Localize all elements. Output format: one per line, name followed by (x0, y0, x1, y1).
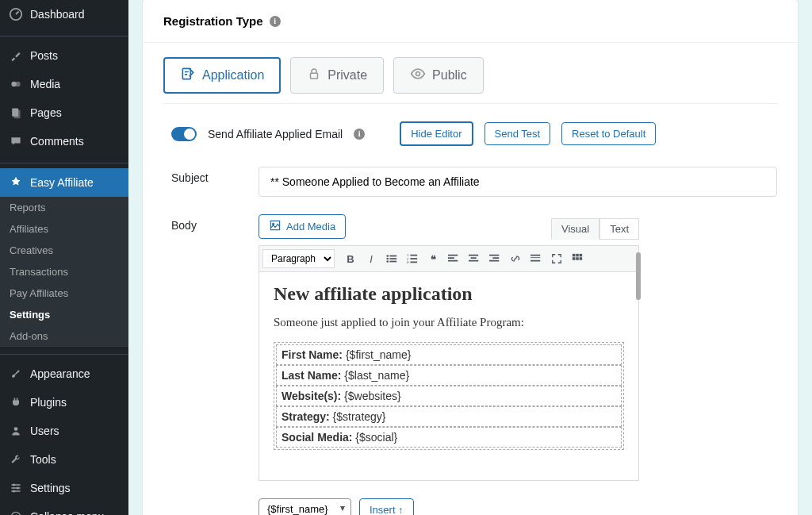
svg-rect-31 (469, 260, 478, 262)
brush-icon (8, 366, 24, 382)
svg-rect-26 (448, 255, 458, 256)
insert-button[interactable]: Insert ↑ (359, 498, 414, 515)
svg-rect-30 (471, 257, 477, 259)
submenu-transactions[interactable]: Transactions (0, 261, 128, 282)
add-media-button[interactable]: Add Media (259, 214, 346, 239)
svg-rect-37 (530, 260, 540, 262)
editor-tab-text[interactable]: Text (599, 218, 639, 240)
media-icon (269, 219, 282, 234)
wrench-icon (8, 452, 24, 467)
editor-tab-visual[interactable]: Visual (551, 218, 599, 240)
table-row: Strategy: {$strategy} (276, 406, 622, 427)
svg-rect-15 (389, 256, 396, 257)
subject-input[interactable] (259, 167, 777, 197)
menu-settings[interactable]: Settings (0, 474, 128, 502)
svg-point-14 (386, 255, 389, 257)
menu-users[interactable]: Users (0, 417, 128, 445)
svg-rect-35 (530, 255, 540, 256)
tab-application[interactable]: Application (163, 57, 281, 94)
svg-rect-17 (389, 258, 396, 259)
toolbar-toggle-button[interactable] (568, 249, 587, 268)
placeholder-tag-select[interactable]: {$first_name} (259, 498, 351, 515)
send-email-toggle[interactable] (171, 127, 197, 141)
submenu-affiliates[interactable]: Affiliates (0, 218, 128, 240)
menu-collapse[interactable]: Collapse menu (0, 502, 128, 515)
menu-label: Dashboard (30, 8, 85, 21)
pages-icon (8, 105, 24, 121)
menu-posts[interactable]: Posts (0, 41, 128, 70)
submenu-settings[interactable]: Settings (0, 304, 128, 325)
menu-label: Users (30, 425, 59, 437)
svg-point-6 (13, 483, 15, 486)
svg-point-2 (15, 82, 20, 86)
bold-button[interactable]: B (341, 249, 360, 268)
menu-appearance[interactable]: Appearance (0, 359, 128, 388)
table-row: First Name: {$first_name} (276, 344, 622, 365)
svg-rect-29 (469, 255, 478, 256)
menu-label: Easy Affiliate (30, 176, 94, 189)
send-test-button[interactable]: Send Test (485, 122, 551, 145)
submenu-pay[interactable]: Pay Affiliates (0, 282, 128, 304)
menu-tools[interactable]: Tools (0, 445, 128, 474)
info-icon[interactable]: i (270, 16, 281, 27)
svg-rect-32 (489, 255, 499, 256)
more-button[interactable] (527, 249, 546, 268)
menu-pages[interactable]: Pages (0, 98, 128, 127)
number-list-button[interactable]: 123 (403, 249, 422, 268)
send-email-label: Send Affiliate Applied Email (208, 128, 343, 140)
quote-button[interactable]: ❝ (423, 249, 442, 268)
svg-rect-23 (410, 258, 417, 259)
menu-dashboard[interactable]: Dashboard (0, 0, 128, 29)
scrollbar[interactable] (636, 252, 641, 300)
reset-default-button[interactable]: Reset to Default (561, 122, 656, 145)
svg-rect-19 (389, 261, 396, 263)
affiliate-icon (8, 175, 24, 190)
info-icon[interactable]: i (354, 129, 365, 140)
menu-plugins[interactable]: Plugins (0, 388, 128, 417)
bullet-list-button[interactable] (382, 249, 401, 268)
svg-rect-42 (576, 257, 579, 260)
svg-rect-36 (530, 257, 540, 258)
application-icon (180, 66, 196, 85)
fullscreen-button[interactable] (547, 249, 566, 268)
menu-comments[interactable]: Comments (0, 127, 128, 156)
svg-rect-43 (580, 257, 583, 260)
submenu-addons[interactable]: Add-ons (0, 325, 128, 347)
content-heading: New affiliate application (274, 283, 624, 305)
hide-editor-button[interactable]: Hide Editor (400, 121, 473, 146)
editor-content[interactable]: New affiliate application Someone just a… (259, 272, 638, 480)
svg-rect-39 (576, 254, 579, 257)
submenu-reports[interactable]: Reports (0, 197, 128, 218)
svg-rect-38 (573, 254, 576, 257)
svg-rect-11 (311, 73, 318, 79)
svg-rect-33 (492, 257, 499, 259)
dashboard-icon (8, 6, 24, 22)
panel-header: Registration Type i (143, 0, 798, 43)
svg-rect-34 (489, 260, 499, 262)
body-label: Body (171, 214, 259, 232)
table-row: Social Media: {$social} (276, 427, 622, 448)
page-title: Registration Type (163, 14, 263, 28)
align-center-button[interactable] (465, 249, 484, 268)
svg-text:3: 3 (407, 260, 409, 264)
align-left-button[interactable] (444, 249, 463, 268)
tab-label: Private (327, 68, 367, 83)
menu-label: Appearance (30, 367, 90, 380)
paragraph-select[interactable]: Paragraph (262, 249, 335, 268)
sliders-icon (8, 480, 24, 496)
svg-rect-25 (410, 262, 417, 263)
tab-public[interactable]: Public (393, 57, 484, 94)
svg-point-8 (13, 490, 15, 492)
table-row: Last Name: {$last_name} (276, 365, 622, 386)
table-row: Website(s): {$websites} (276, 386, 622, 406)
collapse-icon (8, 509, 24, 515)
submenu-creatives[interactable]: Creatives (0, 240, 128, 261)
tab-label: Application (202, 68, 264, 83)
menu-easy-affiliate[interactable]: Easy Affiliate (0, 168, 128, 197)
svg-point-9 (11, 512, 20, 515)
menu-media[interactable]: Media (0, 70, 128, 98)
link-button[interactable] (506, 249, 525, 268)
italic-button[interactable]: I (362, 249, 381, 268)
align-right-button[interactable] (485, 249, 504, 268)
tab-private[interactable]: Private (290, 57, 384, 94)
